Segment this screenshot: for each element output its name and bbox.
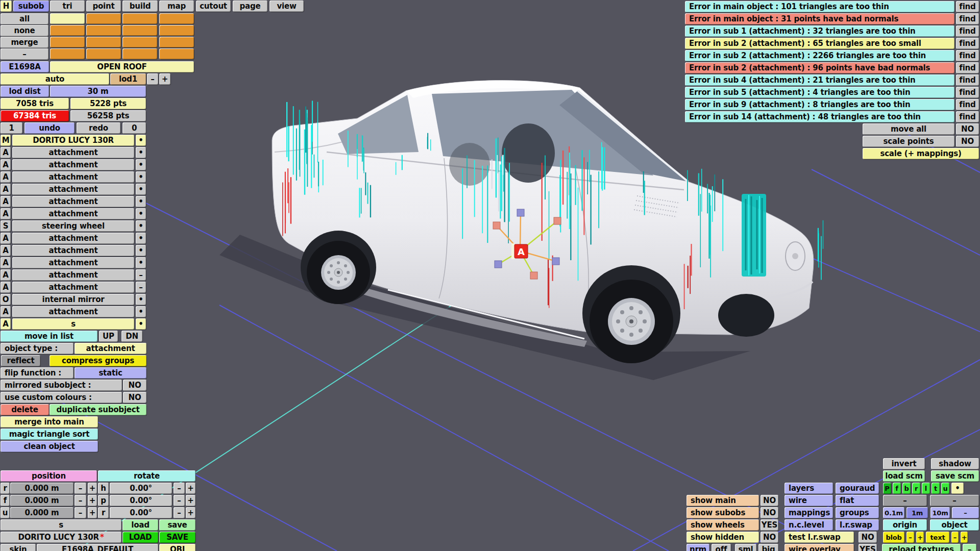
rotate-value[interactable]: 0.00° bbox=[110, 495, 172, 506]
origin-button[interactable]: origin bbox=[883, 519, 927, 531]
show-main-toggle[interactable]: NO bbox=[761, 495, 778, 506]
error-item[interactable]: Error in sub 14 (attachment) : 48 triang… bbox=[685, 111, 954, 122]
subobject-name-cell[interactable]: attachment bbox=[12, 184, 134, 195]
rotate-decrement-button[interactable]: – bbox=[174, 507, 185, 518]
compress-groups-button[interactable]: compress groups bbox=[50, 355, 146, 366]
subobject-flag-cell[interactable]: • bbox=[136, 184, 146, 195]
select-merge-button[interactable]: merge bbox=[1, 37, 48, 48]
error-item[interactable]: Error in main object : 31 points have ba… bbox=[685, 13, 954, 24]
merge-into-main-button[interactable]: merge into main bbox=[1, 416, 98, 428]
matrix-cell[interactable] bbox=[50, 25, 85, 36]
rotate-increment-button[interactable]: + bbox=[186, 483, 195, 494]
channel-P-button[interactable]: P bbox=[883, 483, 891, 494]
undo-button[interactable]: undo bbox=[24, 122, 75, 134]
obj-export-button[interactable]: OBJ bbox=[159, 544, 195, 551]
tab-tri[interactable]: tri bbox=[50, 1, 85, 12]
reload-textures-button[interactable]: reload textures bbox=[882, 544, 961, 551]
load-scm-button[interactable]: load scm bbox=[883, 470, 925, 482]
subobject-name-cell[interactable]: attachment bbox=[12, 306, 134, 317]
tab-cutout[interactable]: cutout bbox=[196, 1, 231, 12]
subobject-name-cell[interactable]: attachment bbox=[12, 147, 134, 158]
tab-point[interactable]: point bbox=[86, 1, 121, 12]
subobject-flag-cell[interactable]: • bbox=[136, 294, 146, 305]
tab-map[interactable]: map bbox=[159, 1, 194, 12]
subobject-flag-cell[interactable]: • bbox=[136, 233, 146, 244]
subobject-type-cell[interactable]: O bbox=[1, 294, 11, 305]
position-increment-button[interactable]: + bbox=[88, 495, 97, 506]
error-item[interactable]: Error in sub 2 (attachment) : 65 triangl… bbox=[685, 38, 954, 49]
matrix-cell[interactable] bbox=[122, 25, 157, 36]
object-name-field[interactable]: DORITO LUCY 130R* bbox=[1, 532, 121, 543]
save-preset-button[interactable]: save bbox=[159, 519, 195, 531]
error-item[interactable]: Error in sub 1 (attachment) : 32 triangl… bbox=[685, 26, 954, 37]
subobject-name-cell[interactable]: attachment bbox=[12, 171, 134, 183]
position-decrement-button[interactable]: – bbox=[75, 495, 86, 506]
lod-auto-button[interactable]: auto bbox=[1, 73, 109, 85]
dash-button-1[interactable]: – bbox=[883, 495, 927, 506]
channel-t-button[interactable]: t bbox=[932, 483, 940, 494]
flat-button[interactable]: flat bbox=[836, 495, 879, 506]
model-variant[interactable]: OPEN ROOF bbox=[50, 61, 194, 72]
error-item[interactable]: Error in sub 4 (attachment) : 21 triangl… bbox=[685, 74, 954, 86]
scale-mappings-button[interactable]: scale (+ mappings) bbox=[863, 148, 979, 159]
position-increment-button[interactable]: + bbox=[88, 507, 97, 518]
channel-dot-button[interactable]: • bbox=[951, 483, 964, 494]
subobject-flag-cell[interactable]: • bbox=[136, 257, 146, 268]
matrix-cell[interactable] bbox=[86, 13, 121, 24]
subobject-flag-cell[interactable]: • bbox=[136, 159, 146, 170]
subobject-name-cell[interactable]: s bbox=[12, 318, 134, 330]
error-find-button[interactable]: find bbox=[956, 87, 979, 98]
layers-button[interactable]: layers bbox=[785, 483, 833, 494]
nrm-big-button[interactable]: big bbox=[758, 544, 778, 551]
dash-button-2[interactable]: – bbox=[930, 495, 979, 506]
duplicate-subobject-button[interactable]: duplicate subobject bbox=[50, 404, 146, 415]
move-all-toggle[interactable]: NO bbox=[956, 123, 979, 135]
rotate-decrement-button[interactable]: – bbox=[174, 495, 185, 506]
load-object-button[interactable]: LOAD bbox=[122, 532, 158, 543]
subobject-flag-cell[interactable]: • bbox=[136, 306, 146, 317]
matrix-cell[interactable] bbox=[86, 48, 121, 59]
blob-plus-button[interactable]: + bbox=[916, 532, 924, 543]
subobject-name-cell[interactable]: steering wheel bbox=[12, 220, 134, 232]
channel-b-button[interactable]: b bbox=[902, 483, 911, 494]
test-lr-swap-toggle[interactable]: NO bbox=[859, 532, 877, 543]
nrm-off-button[interactable]: off bbox=[712, 544, 731, 551]
subobject-type-cell[interactable]: A bbox=[1, 269, 11, 281]
nc-level-button[interactable]: n.c.level bbox=[785, 519, 833, 531]
tab-build[interactable]: build bbox=[122, 1, 158, 12]
subobject-name-cell[interactable]: attachment bbox=[12, 233, 134, 244]
object-button[interactable]: object bbox=[930, 519, 979, 531]
subobject-type-cell[interactable]: A bbox=[1, 208, 11, 219]
text-button[interactable]: text bbox=[926, 532, 949, 543]
channel-u-button[interactable]: u bbox=[941, 483, 949, 494]
delete-button[interactable]: delete bbox=[1, 404, 49, 415]
select-minus-button[interactable]: – bbox=[1, 48, 48, 60]
position-decrement-button[interactable]: – bbox=[75, 507, 86, 518]
subobject-type-cell[interactable]: A bbox=[1, 257, 11, 268]
matrix-cell[interactable] bbox=[86, 37, 121, 47]
subobject-type-cell[interactable]: A bbox=[1, 184, 11, 195]
move-up-button[interactable]: UP bbox=[99, 331, 118, 342]
tab-view[interactable]: view bbox=[270, 1, 304, 12]
subobject-flag-cell[interactable]: • bbox=[136, 245, 146, 256]
tab-h[interactable]: H bbox=[1, 1, 12, 12]
lod-minus-button[interactable]: – bbox=[147, 73, 158, 85]
flip-function-value[interactable]: static bbox=[75, 367, 146, 379]
grid-size-1m-button[interactable]: 1m bbox=[906, 507, 928, 518]
matrix-cell[interactable] bbox=[86, 25, 121, 36]
tab-subob[interactable]: subob bbox=[13, 1, 49, 12]
subobject-flag-cell[interactable]: • bbox=[136, 135, 146, 146]
error-find-button[interactable]: find bbox=[956, 38, 979, 49]
subobject-type-cell[interactable]: M bbox=[1, 135, 11, 146]
subobject-name-cell[interactable]: internal mirror bbox=[12, 294, 134, 305]
error-find-button[interactable]: find bbox=[956, 99, 979, 110]
error-find-button[interactable]: find bbox=[956, 74, 979, 86]
error-item[interactable]: Error in sub 2 (attachment) : 96 points … bbox=[685, 62, 954, 73]
error-find-button[interactable]: find bbox=[956, 13, 979, 24]
subobject-flag-cell[interactable]: • bbox=[136, 208, 146, 219]
error-item[interactable]: Error in sub 2 (attachment) : 2266 trian… bbox=[685, 50, 954, 61]
subobject-flag-cell[interactable]: • bbox=[136, 171, 146, 183]
error-find-button[interactable]: find bbox=[956, 50, 979, 61]
error-item[interactable]: Error in sub 9 (attachment) : 8 triangle… bbox=[685, 99, 954, 110]
subobject-name-cell[interactable]: DORITO LUCY 130R bbox=[12, 135, 134, 146]
